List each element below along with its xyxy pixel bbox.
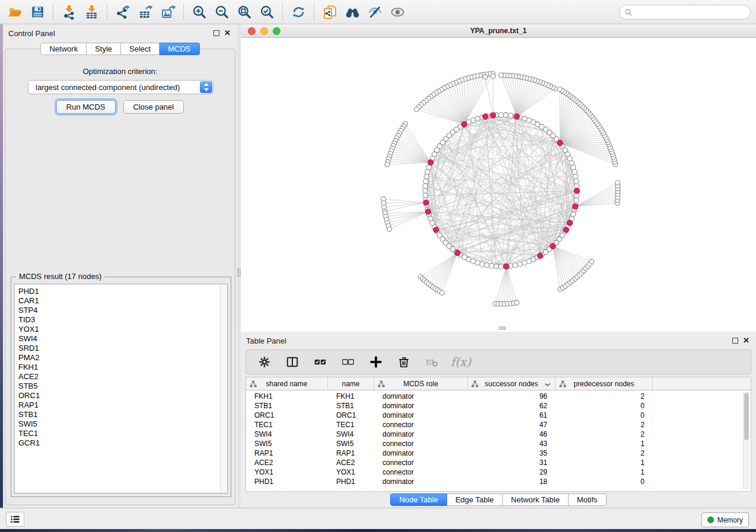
table-row[interactable]: ORC1ORC1dominator610 [246, 411, 751, 420]
table-row[interactable]: ACE2ACE2connector311 [246, 458, 751, 467]
split-panel-button[interactable] [283, 353, 301, 371]
table-row[interactable]: STB1STB1dominator620 [246, 401, 751, 411]
settings-gear-button[interactable] [256, 353, 273, 371]
float-panel-icon[interactable] [213, 30, 219, 36]
tab-mcds[interactable]: MCDS [160, 43, 199, 55]
tab-select[interactable]: Select [121, 43, 160, 55]
tab-edge-table[interactable]: Edge Table [447, 493, 503, 506]
list-item[interactable]: SRD1 [15, 344, 227, 353]
import-table-button[interactable] [80, 2, 103, 22]
tab-node-table[interactable]: Node Table [390, 493, 447, 506]
tab-motifs[interactable]: Motifs [569, 493, 607, 506]
list-item[interactable]: TEC1 [15, 429, 227, 438]
function-builder-button: f(x) [451, 353, 471, 371]
list-item[interactable]: TID3 [15, 315, 227, 325]
show-graphics-details-button[interactable] [386, 2, 409, 22]
column-header-name[interactable]: name [328, 377, 374, 390]
window-list-button[interactable] [6, 512, 24, 527]
close-panel-button[interactable]: Close panel [123, 100, 184, 114]
search-box[interactable] [619, 5, 751, 20]
hide-graphics-details-button[interactable] [363, 2, 386, 22]
deselect-all-checkboxes-button[interactable] [339, 353, 357, 371]
column-header-successor-nodes[interactable]: successor nodes [468, 377, 556, 390]
list-item[interactable]: SWI4 [15, 334, 227, 344]
tab-network[interactable]: Network [40, 43, 87, 55]
zoom-selected-button[interactable] [256, 2, 278, 22]
table-row[interactable]: FKH1FKH1dominator962 [246, 392, 751, 401]
delete-column-button[interactable] [395, 353, 413, 371]
cell-name: STB1 [336, 401, 374, 411]
network-canvas[interactable] [241, 38, 756, 332]
open-folder-button[interactable] [4, 2, 26, 22]
tab-style[interactable]: Style [87, 43, 121, 55]
zoom-in-button[interactable] [188, 2, 210, 22]
delete-table-icon [425, 355, 438, 368]
column-header-predecessor-nodes[interactable]: predecessor nodes [556, 377, 653, 390]
list-item[interactable]: YOX1 [15, 325, 227, 334]
cell-shared-name: ACE2 [254, 458, 328, 467]
table-row[interactable]: YOX1YOX1connector291 [246, 467, 751, 477]
network-nodes[interactable] [381, 72, 621, 307]
column-header-MCDS-role[interactable]: MCDS role [374, 377, 468, 390]
float-panel-icon[interactable] [732, 338, 738, 344]
tree-icon [378, 380, 385, 387]
search-input[interactable] [633, 7, 750, 18]
cell-predecessor-nodes: 2 [556, 448, 645, 458]
list-item[interactable]: CAR1 [15, 296, 227, 306]
criterion-dropdown[interactable]: largest connected component (undirected) [28, 80, 213, 94]
close-panel-icon[interactable]: ✕ [224, 28, 231, 37]
table-panel-tabs: Node TableEdge TableNetwork TableMotifs [241, 493, 756, 506]
control-panel: Control Panel ✕ NetworkStyleSelectMCDS O… [3, 24, 237, 508]
export-network-button[interactable] [111, 2, 134, 22]
import-network-button[interactable] [58, 2, 80, 22]
table-row[interactable]: PHD1PHD1dominator180 [246, 477, 751, 486]
mcds-result-list[interactable]: PHD1CAR1STP4TID3YOX1SWI4SRD1PMA2FKH1ACE2… [14, 284, 228, 493]
table-row[interactable]: SWI5SWI5connector431 [246, 439, 751, 448]
tab-network-table[interactable]: Network Table [503, 493, 569, 506]
select-all-checkboxes-button[interactable] [311, 353, 329, 371]
list-item[interactable]: ACE2 [15, 372, 227, 382]
add-column-button[interactable] [367, 353, 385, 371]
zoom-out-button[interactable] [210, 2, 233, 22]
list-item[interactable]: PHD1 [15, 287, 227, 296]
column-header-label: predecessor nodes [573, 380, 634, 388]
run-mcds-button[interactable]: Run MCDS [56, 100, 116, 114]
table-panel-title: Table Panel [246, 336, 286, 345]
refresh-icon [291, 5, 306, 20]
export-image-button[interactable] [157, 2, 179, 22]
list-item[interactable]: SWI5 [15, 419, 227, 429]
export-table-button[interactable] [134, 2, 157, 22]
node-table: shared namenameMCDS rolesuccessor nodesp… [245, 377, 751, 492]
list-item[interactable]: PMA2 [15, 353, 227, 363]
cell-successor-nodes: 29 [468, 467, 547, 477]
main-toolbar [0, 0, 756, 24]
list-item[interactable]: GCR1 [15, 438, 227, 448]
refresh-button[interactable] [287, 2, 310, 22]
network-view-frame: YPA_prune.txt_1 [241, 24, 756, 332]
close-panel-icon[interactable]: ✕ [743, 336, 749, 345]
list-item[interactable]: FKH1 [15, 363, 227, 372]
list-item[interactable]: STB1 [15, 410, 227, 419]
table-toolbar: f(x) [245, 350, 751, 374]
network-view-titlebar[interactable]: YPA_prune.txt_1 [241, 24, 756, 38]
cell-successor-nodes: 47 [468, 420, 547, 430]
table-row[interactable]: SWI4SWI4dominator462 [246, 430, 751, 439]
list-item[interactable]: ORC1 [15, 391, 227, 400]
table-row[interactable]: TEC1TEC1connector472 [246, 420, 751, 430]
canvas-splitter-handle[interactable] [499, 326, 506, 330]
function-builder-icon: f(x) [451, 355, 471, 369]
column-header-shared-name[interactable]: shared name [246, 377, 328, 390]
table-scrollbar-thumb[interactable] [744, 393, 749, 440]
table-scrollbar[interactable] [743, 392, 749, 489]
table-row[interactable]: RAP1RAP1dominator352 [246, 448, 751, 458]
list-item[interactable]: STB5 [15, 382, 227, 391]
cell-shared-name: TEC1 [254, 420, 328, 430]
zoom-fit-button[interactable] [233, 2, 256, 22]
duplicate-network-button[interactable] [318, 2, 341, 22]
save-button[interactable] [26, 2, 49, 22]
binoculars-button[interactable] [341, 2, 363, 22]
list-item[interactable]: STP4 [15, 306, 227, 315]
result-list-scrollbar[interactable] [220, 284, 227, 493]
memory-button[interactable]: Memory [701, 512, 749, 527]
list-item[interactable]: RAP1 [15, 400, 227, 410]
